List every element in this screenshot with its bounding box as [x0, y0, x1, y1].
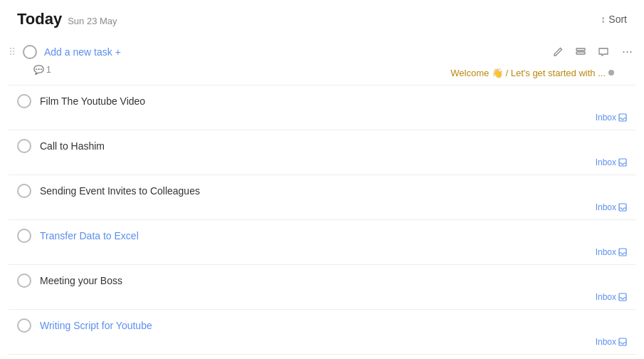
- task-item-1: Film The Youtube Video Inbox: [0, 85, 644, 130]
- comment-count: 💬 1: [33, 65, 51, 80]
- task-1-text: Film The Youtube Video: [40, 95, 627, 107]
- add-task-bottom[interactable]: + Add task: [0, 355, 644, 359]
- task-5-inbox: Inbox: [596, 292, 627, 302]
- task-row[interactable]: Meeting your Boss: [0, 265, 644, 291]
- comment-icon: 💬: [33, 65, 44, 75]
- inbox-label-text: Inbox: [596, 247, 616, 257]
- inbox-label-text: Inbox: [596, 337, 616, 347]
- add-task-input[interactable]: Add a new task +: [44, 46, 544, 58]
- welcome-text: Welcome 👋 / Let's get started with ...: [450, 68, 606, 78]
- task-3-inbox: Inbox: [596, 202, 627, 212]
- inbox-label-text: Inbox: [596, 157, 616, 167]
- task-5-complete-button[interactable]: [17, 274, 31, 288]
- inbox-label-text: Inbox: [596, 202, 616, 212]
- add-task-plus: +: [115, 46, 121, 58]
- task-sub-row: 💬 1 Welcome 👋 / Let's get started with .…: [0, 63, 644, 85]
- task-row[interactable]: Sending Event Invites to Colleagues: [0, 175, 644, 201]
- task-1-meta: Inbox: [0, 111, 644, 130]
- svg-rect-0: [576, 48, 585, 51]
- page-title: Today: [17, 10, 62, 28]
- more-options-button[interactable]: ···: [619, 43, 635, 61]
- task-4-inbox: Inbox: [596, 247, 627, 257]
- add-task-placeholder: Add a new task: [44, 46, 112, 58]
- task-6-inbox: Inbox: [596, 337, 627, 347]
- task-item-3: Sending Event Invites to Colleagues Inbo…: [0, 175, 644, 220]
- task-3-text: Sending Event Invites to Colleagues: [40, 185, 627, 197]
- sort-icon: ↕: [601, 14, 606, 25]
- edit-icon-button[interactable]: [551, 45, 565, 59]
- task-4-complete-button[interactable]: [17, 229, 31, 243]
- task-item-2: Call to Hashim Inbox: [0, 130, 644, 175]
- task-4-meta: Inbox: [0, 246, 644, 264]
- task-3-meta: Inbox: [0, 201, 644, 219]
- task-2-text: Call to Hashim: [40, 140, 627, 152]
- task-1-complete-button[interactable]: [17, 94, 31, 108]
- task-4-text: Transfer Data to Excel: [40, 230, 627, 241]
- header-date: Sun 23 May: [68, 16, 117, 26]
- task-5-text: Meeting your Boss: [40, 275, 627, 286]
- task-row[interactable]: Transfer Data to Excel: [0, 220, 644, 246]
- add-task-row: ⠿ Add a new task + ··: [0, 36, 644, 63]
- welcome-area: Welcome 👋 / Let's get started with ...: [450, 68, 635, 78]
- comment-count-value: 1: [46, 65, 51, 75]
- header-left: Today Sun 23 May: [17, 10, 117, 28]
- task-row[interactable]: Film The Youtube Video: [0, 85, 644, 111]
- task-item-4: Transfer Data to Excel Inbox: [0, 220, 644, 265]
- task-6-complete-button[interactable]: [17, 318, 31, 333]
- task-item-5: Meeting your Boss Inbox: [0, 265, 644, 310]
- layout-icon-button[interactable]: [574, 45, 588, 59]
- task-complete-button[interactable]: [23, 45, 37, 59]
- task-6-text: Writing Script for Youtube: [40, 320, 627, 331]
- sort-button[interactable]: ↕ Sort: [601, 14, 627, 25]
- svg-rect-1: [576, 52, 585, 54]
- task-item-6: Writing Script for Youtube Inbox: [0, 310, 644, 355]
- task-2-complete-button[interactable]: [17, 139, 31, 153]
- task-1-inbox: Inbox: [596, 113, 627, 123]
- task-5-meta: Inbox: [0, 291, 644, 309]
- task-3-complete-button[interactable]: [17, 184, 31, 198]
- task-action-icons: ···: [551, 43, 635, 61]
- inbox-label-text: Inbox: [596, 113, 616, 123]
- comment-icon-button[interactable]: [596, 45, 611, 59]
- page-header: Today Sun 23 May ↕ Sort: [0, 0, 644, 36]
- drag-handle-icon[interactable]: ⠿: [9, 46, 16, 58]
- task-6-meta: Inbox: [0, 335, 644, 354]
- sort-label: Sort: [608, 14, 627, 25]
- task-2-meta: Inbox: [0, 156, 644, 175]
- task-2-inbox: Inbox: [596, 157, 627, 167]
- inbox-label-text: Inbox: [596, 292, 616, 302]
- status-dot: [608, 70, 614, 76]
- task-row[interactable]: Call to Hashim: [0, 130, 644, 156]
- task-row[interactable]: Writing Script for Youtube: [0, 310, 644, 335]
